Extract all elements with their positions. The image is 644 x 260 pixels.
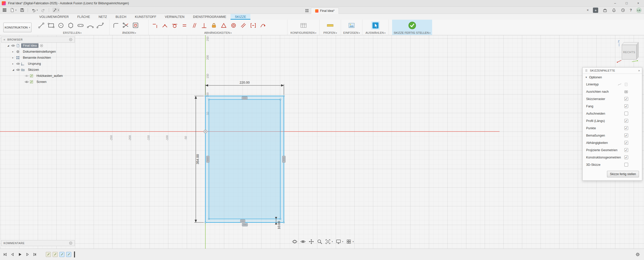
close-button[interactable]: × xyxy=(632,0,644,6)
finish-sketch-button[interactable]: Skizze fertig stellen xyxy=(607,171,639,177)
viewcube[interactable]: Z RECHTS xyxy=(616,39,639,63)
orbit-icon[interactable] xyxy=(292,239,297,244)
checkbox-abhängigkeiten[interactable]: ✓ xyxy=(624,141,628,145)
finish-sketch-check-icon[interactable] xyxy=(408,21,416,30)
timeline-marker-sketch-active-4[interactable] xyxy=(66,252,71,257)
browser-item-holzkasten-außen[interactable]: Holzkasten_außen xyxy=(1,73,75,79)
step-back-icon[interactable] xyxy=(10,252,14,256)
browser-item-label[interactable]: Skizzen xyxy=(26,68,41,72)
file-menu-icon[interactable]: ▾ xyxy=(10,8,17,12)
pruefen-menu[interactable]: PRÜFEN▾ xyxy=(320,31,341,34)
konstruktion-dropdown[interactable]: KONSTRUKTION ▾ xyxy=(3,23,31,32)
palette-header[interactable]: SKIZZENPALETTE » xyxy=(583,68,642,74)
einfuegen-menu[interactable]: EINFÜGEN▾ xyxy=(341,31,362,34)
visibility-eye-icon[interactable] xyxy=(25,74,30,78)
pan-icon[interactable] xyxy=(309,239,314,244)
collapse-panel-icon[interactable]: « xyxy=(4,38,5,41)
checkbox-3d-skizze[interactable] xyxy=(624,163,628,167)
fillet-tool-icon[interactable] xyxy=(112,21,120,30)
constraint-symmetry-icon[interactable] xyxy=(249,21,257,30)
origin-point[interactable] xyxy=(204,130,207,133)
collapse-arrow-icon[interactable]: ◢ xyxy=(12,69,16,71)
dimension-height[interactable]: 354.00 xyxy=(194,96,204,222)
timeline-position-marker[interactable] xyxy=(74,251,75,257)
measure-ruler-icon[interactable] xyxy=(326,21,334,30)
erstellen-menu[interactable]: ERSTELLEN▾ xyxy=(35,31,109,34)
select-tool-icon[interactable] xyxy=(371,21,380,30)
checkbox-konstruktionsgeometrien[interactable]: ✓ xyxy=(624,155,628,159)
ribbon-tab-blech[interactable]: BLECH xyxy=(111,14,131,20)
checkbox-projizierte-geometrien[interactable]: ✓ xyxy=(624,148,628,152)
trim-tool-icon[interactable] xyxy=(122,21,130,30)
grid-snaps-icon[interactable]: ▾ xyxy=(346,239,354,244)
maximize-button[interactable]: □ xyxy=(621,0,632,6)
browser-item-label[interactable]: Ursprung xyxy=(26,61,43,66)
ribbon-tab-netz[interactable]: NETZ xyxy=(94,14,111,20)
browser-header[interactable]: « BROWSER xyxy=(1,37,75,43)
browser-item-label[interactable]: Final Idea xyxy=(21,43,39,48)
look-at-icon[interactable] xyxy=(300,239,306,244)
job-status-clock-icon[interactable] xyxy=(621,8,625,13)
collapse-arrow-icon[interactable]: ◢ xyxy=(7,44,11,47)
step-forward-icon[interactable] xyxy=(25,252,29,256)
browser-item-label[interactable]: Benannte Ansichten xyxy=(21,55,53,60)
aendern-menu[interactable]: ÄNDERN▾ xyxy=(110,31,148,34)
visibility-eye-icon[interactable] xyxy=(25,80,30,84)
checkbox-fang[interactable]: ✓ xyxy=(624,104,628,108)
sketch-profile-inner[interactable] xyxy=(209,100,280,219)
browser-item-label[interactable]: Screen xyxy=(35,80,48,84)
constraint-fix-lock-icon[interactable] xyxy=(210,21,218,30)
close-tab-icon[interactable]: × xyxy=(587,8,589,12)
zoom-icon[interactable] xyxy=(317,239,322,244)
constraint-midpoint-icon[interactable] xyxy=(219,21,228,30)
konfigurieren-menu[interactable]: KONFIGURIEREN▾ xyxy=(287,31,319,34)
pin-panel-icon[interactable]: » xyxy=(638,69,640,72)
abhaengigkeiten-menu[interactable]: ABHÄNGIGKEITEN▾ xyxy=(149,31,287,34)
ribbon-tab-kunststoff[interactable]: KUNSTSTOFF xyxy=(131,14,161,20)
document-tab[interactable]: Final Idea* xyxy=(311,8,339,14)
constraint-perpendicular-icon[interactable] xyxy=(200,21,208,30)
section-collapse-icon[interactable]: ▼ xyxy=(585,76,587,79)
constraint-parallel-icon[interactable] xyxy=(190,21,199,30)
expand-arrow-icon[interactable]: ▸ xyxy=(12,56,16,59)
fit-icon[interactable]: ▾ xyxy=(325,239,333,244)
avatar[interactable]: LS xyxy=(636,8,641,13)
checkbox-bemaßungen[interactable]: ✓ xyxy=(624,134,628,137)
ribbon-tab-dienstprogramme[interactable]: DIENSTPROGRAMME xyxy=(189,14,231,20)
save-icon[interactable] xyxy=(20,8,24,12)
look-at-icon[interactable] xyxy=(624,90,628,94)
viewcube-top-face[interactable] xyxy=(622,42,638,45)
checkbox-profil-längs[interactable]: ✓ xyxy=(624,119,628,123)
rectangle-tool-icon[interactable] xyxy=(47,21,55,30)
canvas-viewport[interactable]: -250-200-150-100-50 25020015010050 220.0… xyxy=(0,35,644,249)
new-tab-button[interactable]: + xyxy=(593,8,598,13)
undo-icon[interactable]: ▾ xyxy=(31,8,38,12)
browser-item-skizzen[interactable]: ◢Skizzen xyxy=(1,67,75,73)
comments-header[interactable]: KOMMENTARE xyxy=(1,240,75,246)
panel-options-icon[interactable] xyxy=(69,38,72,41)
auswaehlen-menu[interactable]: AUSWÄHLEN▾ xyxy=(362,31,389,34)
browser-item-screen[interactable]: Screen xyxy=(1,79,75,85)
ribbon-tab-volumenkörper[interactable]: VOLUMENKÖRPER xyxy=(35,14,73,20)
data-panel-grid-icon[interactable] xyxy=(3,8,7,12)
insert-image-icon[interactable] xyxy=(347,21,356,30)
fertig-stellen-menu[interactable]: SKIZZE FERTIG STELLEN▾ xyxy=(392,31,432,34)
viewcube-side-face[interactable] xyxy=(636,42,638,59)
browser-item-dokumenteinstellungen[interactable]: ▸Dokumenteinstellungen xyxy=(1,49,75,55)
expand-arrow-icon[interactable]: ▸ xyxy=(12,62,16,65)
line-tool-icon[interactable] xyxy=(37,21,46,30)
slot-tool-icon[interactable] xyxy=(76,21,85,30)
notification-bell-icon[interactable] xyxy=(612,8,616,13)
arc-tool-icon[interactable] xyxy=(86,21,95,30)
skip-to-end-icon[interactable] xyxy=(33,252,37,256)
extensions-icon[interactable] xyxy=(602,8,607,13)
expand-arrow-icon[interactable]: ▸ xyxy=(12,50,16,53)
dimension-width[interactable]: 220.00 xyxy=(205,81,284,95)
constraint-horizontal-vertical-icon[interactable] xyxy=(151,21,159,30)
skip-to-start-icon[interactable] xyxy=(3,252,7,256)
redo-icon[interactable] xyxy=(41,8,46,12)
timeline-marker-sketch-1[interactable] xyxy=(46,252,51,257)
timeline-marker-sketch-2[interactable] xyxy=(53,252,58,257)
ribbon-tab-skizze[interactable]: SKIZZE xyxy=(231,14,250,20)
checkbox-skizzierraster[interactable]: ✓ xyxy=(624,97,628,101)
